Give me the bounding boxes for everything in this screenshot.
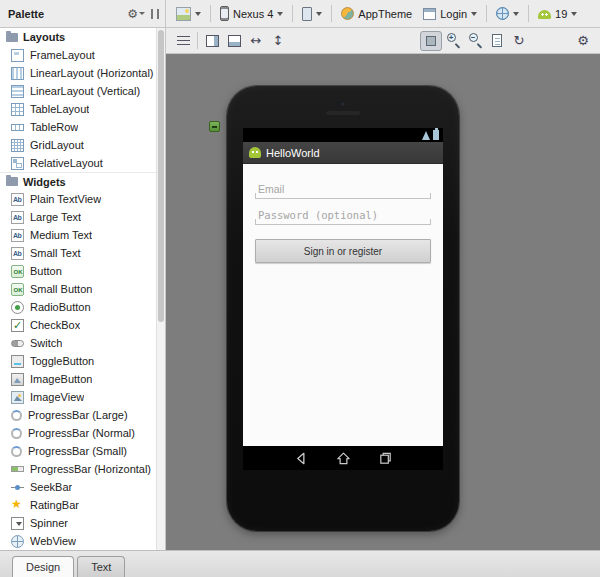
toolbar-divider: [197, 32, 198, 49]
zoom-actual-button[interactable]: [486, 31, 508, 51]
zoom-fit-button[interactable]: [420, 31, 442, 51]
ratingbar-icon: [11, 499, 24, 512]
zoom-in-button[interactable]: [442, 31, 464, 51]
palette-item-switch[interactable]: Switch: [0, 334, 156, 352]
palette-item-progressbar-large[interactable]: ProgressBar (Large): [0, 406, 156, 424]
device-icon: [220, 6, 229, 21]
device-screen[interactable]: HelloWorld Sign in or register: [243, 128, 443, 470]
palette-item-linearlayout-horizontal[interactable]: LinearLayout (Horizontal): [0, 64, 156, 82]
linearlayout-vertical-icon: [11, 85, 24, 98]
gear-icon: ⚙: [577, 33, 589, 48]
palette-item-gridlayout[interactable]: GridLayout: [0, 136, 156, 154]
layout-content: Sign in or register: [243, 164, 443, 446]
palette-item-small-button[interactable]: Small Button: [0, 280, 156, 298]
palette-item-ratingbar[interactable]: RatingBar: [0, 496, 156, 514]
palette-list: LayoutsFrameLayoutLinearLayout (Horizont…: [0, 28, 156, 550]
tab-text[interactable]: Text: [77, 556, 125, 577]
chevron-down-icon: [139, 12, 145, 15]
folder-icon: [6, 177, 18, 186]
split-vertical-button[interactable]: [201, 31, 223, 51]
navigation-bar: [243, 446, 443, 470]
palette-item-seekbar[interactable]: SeekBar: [0, 478, 156, 496]
camera-icon: [340, 101, 346, 107]
device-selector[interactable]: Nexus 4: [215, 4, 288, 23]
password-field[interactable]: [255, 204, 431, 225]
palette-item-linearlayout-vertical[interactable]: LinearLayout (Vertical): [0, 82, 156, 100]
palette-item-progressbar-normal[interactable]: ProgressBar (Normal): [0, 424, 156, 442]
editor-mode-tabs: Design Text: [0, 550, 600, 577]
palette-item-label: TableLayout: [30, 103, 89, 115]
palette-item-label: TableRow: [30, 121, 78, 133]
palette-section-widgets[interactable]: Widgets: [0, 172, 156, 190]
palette-item-relativelayout[interactable]: RelativeLayout: [0, 154, 156, 172]
activity-label: Login: [440, 8, 467, 20]
configuration-icon: [176, 7, 191, 21]
design-canvas[interactable]: HelloWorld Sign in or register: [166, 54, 600, 550]
palette-item-tablelayout[interactable]: TableLayout: [0, 100, 156, 118]
api-version-selector[interactable]: 19: [533, 6, 582, 22]
settings-button[interactable]: ⚙: [572, 31, 594, 51]
palette-item-medium-text[interactable]: Medium Text: [0, 226, 156, 244]
split-horizontal-button[interactable]: [223, 31, 245, 51]
scrollbar-thumb[interactable]: [158, 30, 164, 322]
palette-item-label: ProgressBar (Horizontal): [30, 463, 151, 475]
palette-item-framelayout[interactable]: FrameLayout: [0, 46, 156, 64]
palette-item-spinner[interactable]: Spinner: [0, 514, 156, 532]
palette-section-label: Widgets: [23, 176, 66, 188]
zoom-out-icon: [468, 33, 483, 48]
orientation-selector[interactable]: [297, 5, 327, 23]
render-options-button[interactable]: [171, 5, 206, 23]
theme-selector[interactable]: AppTheme: [336, 5, 417, 22]
signin-button[interactable]: Sign in or register: [255, 239, 431, 263]
textview-icon: [11, 193, 24, 206]
tab-design[interactable]: Design: [12, 556, 74, 577]
locale-selector[interactable]: [491, 5, 524, 22]
palette-item-tablerow[interactable]: TableRow: [0, 118, 156, 136]
activity-selector[interactable]: Login: [418, 6, 482, 22]
palette-item-label: ImageButton: [30, 373, 92, 385]
home-icon: [336, 451, 351, 466]
chevron-down-icon: [195, 12, 201, 16]
palette-item-radiobutton[interactable]: RadioButton: [0, 298, 156, 316]
app-icon: [249, 147, 261, 158]
palette-item-imagebutton[interactable]: ImageButton: [0, 370, 156, 388]
palette-panel: LayoutsFrameLayoutLinearLayout (Horizont…: [0, 28, 166, 550]
palette-item-checkbox[interactable]: CheckBox: [0, 316, 156, 334]
palette-item-progressbar-horizontal[interactable]: ProgressBar (Horizontal): [0, 460, 156, 478]
imageview-icon: [11, 391, 24, 404]
zoom-fit-icon: [426, 36, 436, 46]
palette-item-plain-textview[interactable]: Plain TextView: [0, 190, 156, 208]
palette-scrollbar[interactable]: [156, 28, 165, 550]
seekbar-icon: [11, 481, 24, 494]
recents-icon: [378, 451, 393, 466]
orientation-icon: [302, 7, 312, 21]
palette-item-large-text[interactable]: Large Text: [0, 208, 156, 226]
radiobutton-icon: [11, 301, 24, 314]
option-list-button[interactable]: [172, 31, 194, 51]
palette-item-imageview[interactable]: ImageView: [0, 388, 156, 406]
palette-item-button[interactable]: Button: [0, 262, 156, 280]
theme-icon: [341, 7, 354, 20]
palette-section-layouts[interactable]: Layouts: [0, 28, 156, 46]
designer-toolbar: ↔ ↕ ↻ ⚙: [166, 28, 600, 54]
warning-marker[interactable]: [209, 121, 220, 132]
hide-panel-icon[interactable]: [151, 9, 159, 19]
chevron-down-icon: [571, 12, 577, 16]
palette-item-label: Small Text: [30, 247, 81, 259]
palette-item-label: FrameLayout: [30, 49, 95, 61]
expand-vertical-button[interactable]: ↕: [267, 31, 289, 51]
webview-icon: [11, 535, 24, 548]
expand-horizontal-button[interactable]: ↔: [245, 31, 267, 51]
palette-item-small-text[interactable]: Small Text: [0, 244, 156, 262]
email-field[interactable]: [255, 178, 431, 199]
palette-item-togglebutton[interactable]: ToggleButton: [0, 352, 156, 370]
palette-item-label: LinearLayout (Vertical): [30, 85, 140, 97]
button-icon: [11, 265, 24, 278]
palette-item-progressbar-small[interactable]: ProgressBar (Small): [0, 442, 156, 460]
palette-item-label: WebView: [30, 535, 76, 547]
refresh-button[interactable]: ↻: [508, 31, 530, 51]
palette-item-webview[interactable]: WebView: [0, 532, 156, 550]
imagebutton-icon: [11, 373, 24, 386]
zoom-out-button[interactable]: [464, 31, 486, 51]
gear-icon[interactable]: ⚙: [127, 8, 145, 20]
